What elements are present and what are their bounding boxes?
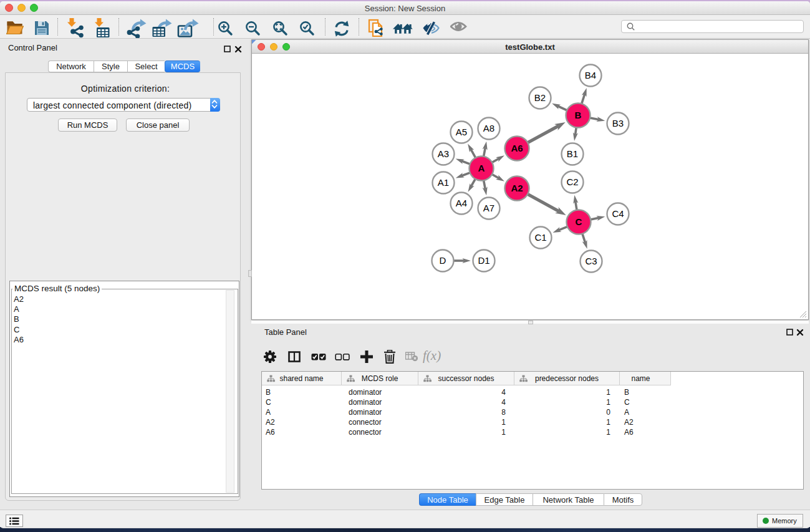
svg-text:D: D xyxy=(440,255,446,266)
svg-text:C3: C3 xyxy=(585,256,597,266)
svg-text:C2: C2 xyxy=(566,177,578,187)
svg-text:C: C xyxy=(576,216,582,227)
svg-text:A7: A7 xyxy=(483,203,494,213)
svg-text:B2: B2 xyxy=(534,92,546,103)
svg-text:C1: C1 xyxy=(534,232,546,243)
svg-text:B4: B4 xyxy=(585,70,596,80)
svg-text:C4: C4 xyxy=(612,208,624,219)
svg-text:A6: A6 xyxy=(511,143,523,153)
svg-text:A4: A4 xyxy=(456,198,467,208)
svg-text:A2: A2 xyxy=(511,183,523,193)
svg-text:A3: A3 xyxy=(438,148,449,159)
svg-text:B3: B3 xyxy=(612,118,624,128)
svg-text:B: B xyxy=(575,110,582,120)
svg-text:B1: B1 xyxy=(567,148,578,159)
svg-text:A: A xyxy=(478,163,485,173)
svg-text:A5: A5 xyxy=(456,127,467,137)
svg-text:A1: A1 xyxy=(438,177,449,188)
svg-text:D1: D1 xyxy=(478,255,489,266)
svg-text:A8: A8 xyxy=(483,123,494,133)
